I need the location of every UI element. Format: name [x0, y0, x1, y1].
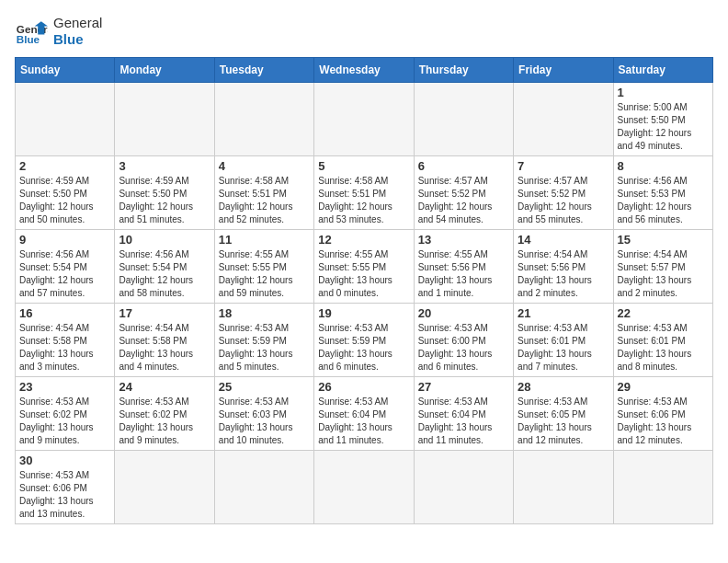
day-number: 15 — [618, 233, 709, 247]
calendar-cell-5-2 — [214, 451, 313, 524]
calendar-cell-2-5: 14Sunrise: 4:54 AM Sunset: 5:56 PM Dayli… — [514, 230, 613, 304]
calendar-cell-4-4: 27Sunrise: 4:53 AM Sunset: 6:04 PM Dayli… — [414, 377, 513, 451]
day-number: 16 — [19, 306, 110, 320]
day-info: Sunrise: 4:57 AM Sunset: 5:52 PM Dayligh… — [518, 175, 609, 226]
day-number: 5 — [318, 159, 409, 173]
day-number: 13 — [418, 233, 509, 247]
day-number: 21 — [518, 306, 609, 320]
calendar-cell-2-6: 15Sunrise: 4:54 AM Sunset: 5:57 PM Dayli… — [613, 230, 712, 304]
logo: General Blue General Blue — [15, 15, 102, 48]
day-number: 12 — [318, 233, 409, 247]
day-number: 25 — [219, 380, 310, 394]
calendar-cell-5-0: 30Sunrise: 4:53 AM Sunset: 6:06 PM Dayli… — [16, 451, 115, 524]
calendar-cell-1-1: 3Sunrise: 4:59 AM Sunset: 5:50 PM Daylig… — [115, 156, 214, 230]
calendar-cell-5-6 — [613, 451, 712, 524]
day-number: 22 — [618, 306, 709, 320]
calendar-cell-0-3 — [314, 83, 414, 156]
calendar-cell-3-5: 21Sunrise: 4:53 AM Sunset: 6:01 PM Dayli… — [514, 304, 613, 377]
calendar-cell-1-0: 2Sunrise: 4:59 AM Sunset: 5:50 PM Daylig… — [16, 156, 115, 230]
calendar-body: 1Sunrise: 5:00 AM Sunset: 5:50 PM Daylig… — [16, 83, 713, 524]
calendar-cell-5-4 — [414, 451, 513, 524]
day-info: Sunrise: 4:58 AM Sunset: 5:51 PM Dayligh… — [219, 175, 310, 226]
day-info: Sunrise: 4:59 AM Sunset: 5:50 PM Dayligh… — [19, 175, 110, 226]
day-number: 28 — [518, 380, 609, 394]
calendar-cell-4-5: 28Sunrise: 4:53 AM Sunset: 6:05 PM Dayli… — [514, 377, 613, 451]
day-number: 7 — [518, 159, 609, 173]
calendar-cell-3-6: 22Sunrise: 4:53 AM Sunset: 6:01 PM Dayli… — [613, 304, 712, 377]
day-info: Sunrise: 4:53 AM Sunset: 6:01 PM Dayligh… — [618, 322, 709, 373]
week-row-5: 30Sunrise: 4:53 AM Sunset: 6:06 PM Dayli… — [16, 451, 713, 524]
calendar-cell-3-4: 20Sunrise: 4:53 AM Sunset: 6:00 PM Dayli… — [414, 304, 513, 377]
day-header-thursday: Thursday — [414, 58, 513, 83]
day-number: 17 — [119, 306, 210, 320]
day-info: Sunrise: 4:53 AM Sunset: 6:02 PM Dayligh… — [119, 396, 210, 447]
day-info: Sunrise: 4:55 AM Sunset: 5:56 PM Dayligh… — [418, 248, 509, 300]
day-number: 20 — [418, 306, 509, 320]
calendar-cell-1-4: 6Sunrise: 4:57 AM Sunset: 5:52 PM Daylig… — [414, 156, 513, 230]
day-header-sunday: Sunday — [16, 58, 115, 83]
day-info: Sunrise: 4:58 AM Sunset: 5:51 PM Dayligh… — [318, 175, 409, 226]
calendar-cell-5-1 — [115, 451, 214, 524]
day-info: Sunrise: 4:53 AM Sunset: 6:05 PM Dayligh… — [518, 396, 609, 447]
day-number: 10 — [119, 233, 210, 247]
day-info: Sunrise: 4:59 AM Sunset: 5:50 PM Dayligh… — [119, 175, 210, 226]
day-info: Sunrise: 4:54 AM Sunset: 5:57 PM Dayligh… — [618, 248, 709, 300]
day-number: 4 — [219, 159, 310, 173]
day-header-wednesday: Wednesday — [314, 58, 414, 83]
logo-blue: Blue — [53, 31, 102, 48]
day-number: 9 — [19, 233, 110, 247]
day-info: Sunrise: 4:53 AM Sunset: 6:01 PM Dayligh… — [518, 322, 609, 373]
day-info: Sunrise: 4:53 AM Sunset: 6:06 PM Dayligh… — [618, 396, 709, 447]
day-info: Sunrise: 4:54 AM Sunset: 5:58 PM Dayligh… — [119, 322, 210, 373]
day-info: Sunrise: 4:56 AM Sunset: 5:54 PM Dayligh… — [19, 248, 110, 300]
day-info: Sunrise: 4:55 AM Sunset: 5:55 PM Dayligh… — [219, 248, 310, 300]
day-info: Sunrise: 4:56 AM Sunset: 5:54 PM Dayligh… — [119, 248, 210, 300]
week-row-4: 23Sunrise: 4:53 AM Sunset: 6:02 PM Dayli… — [16, 377, 713, 451]
day-header-saturday: Saturday — [613, 58, 712, 83]
day-info: Sunrise: 4:53 AM Sunset: 6:04 PM Dayligh… — [318, 396, 409, 447]
day-number: 23 — [19, 380, 110, 394]
day-info: Sunrise: 4:53 AM Sunset: 6:06 PM Dayligh… — [19, 469, 110, 521]
day-number: 26 — [318, 380, 409, 394]
day-number: 8 — [618, 159, 709, 173]
day-info: Sunrise: 4:53 AM Sunset: 5:59 PM Dayligh… — [219, 322, 310, 373]
calendar-cell-5-3 — [314, 451, 414, 524]
week-row-0: 1Sunrise: 5:00 AM Sunset: 5:50 PM Daylig… — [16, 83, 713, 156]
day-number: 24 — [119, 380, 210, 394]
day-info: Sunrise: 4:54 AM Sunset: 5:56 PM Dayligh… — [518, 248, 609, 300]
calendar-cell-3-1: 17Sunrise: 4:54 AM Sunset: 5:58 PM Dayli… — [115, 304, 214, 377]
calendar-cell-4-6: 29Sunrise: 4:53 AM Sunset: 6:06 PM Dayli… — [613, 377, 712, 451]
calendar-cell-2-3: 12Sunrise: 4:55 AM Sunset: 5:55 PM Dayli… — [314, 230, 414, 304]
day-number: 14 — [518, 233, 609, 247]
svg-text:Blue: Blue — [17, 33, 40, 45]
calendar-cell-0-1 — [115, 83, 214, 156]
calendar-cell-4-3: 26Sunrise: 4:53 AM Sunset: 6:04 PM Dayli… — [314, 377, 414, 451]
day-number: 18 — [219, 306, 310, 320]
calendar-cell-1-3: 5Sunrise: 4:58 AM Sunset: 5:51 PM Daylig… — [314, 156, 414, 230]
day-info: Sunrise: 5:00 AM Sunset: 5:50 PM Dayligh… — [618, 101, 709, 153]
calendar-cell-2-2: 11Sunrise: 4:55 AM Sunset: 5:55 PM Dayli… — [214, 230, 313, 304]
calendar-cell-2-0: 9Sunrise: 4:56 AM Sunset: 5:54 PM Daylig… — [16, 230, 115, 304]
calendar-cell-3-0: 16Sunrise: 4:54 AM Sunset: 5:58 PM Dayli… — [16, 304, 115, 377]
day-number: 29 — [618, 380, 709, 394]
header: General Blue General Blue — [15, 15, 713, 48]
calendar-cell-0-4 — [414, 83, 513, 156]
day-number: 1 — [618, 86, 709, 99]
calendar-cell-2-4: 13Sunrise: 4:55 AM Sunset: 5:56 PM Dayli… — [414, 230, 513, 304]
calendar-cell-3-3: 19Sunrise: 4:53 AM Sunset: 5:59 PM Dayli… — [314, 304, 414, 377]
day-info: Sunrise: 4:56 AM Sunset: 5:53 PM Dayligh… — [618, 175, 709, 226]
calendar-cell-1-6: 8Sunrise: 4:56 AM Sunset: 5:53 PM Daylig… — [613, 156, 712, 230]
calendar-cell-0-5 — [514, 83, 613, 156]
day-info: Sunrise: 4:53 AM Sunset: 5:59 PM Dayligh… — [318, 322, 409, 373]
day-info: Sunrise: 4:53 AM Sunset: 6:00 PM Dayligh… — [418, 322, 509, 373]
calendar-cell-4-2: 25Sunrise: 4:53 AM Sunset: 6:03 PM Dayli… — [214, 377, 313, 451]
day-number: 2 — [19, 159, 110, 173]
day-number: 6 — [418, 159, 509, 173]
calendar-cell-4-0: 23Sunrise: 4:53 AM Sunset: 6:02 PM Dayli… — [16, 377, 115, 451]
day-header-tuesday: Tuesday — [214, 58, 313, 83]
day-number: 3 — [119, 159, 210, 173]
day-header-monday: Monday — [115, 58, 214, 83]
calendar-cell-1-2: 4Sunrise: 4:58 AM Sunset: 5:51 PM Daylig… — [214, 156, 313, 230]
day-info: Sunrise: 4:54 AM Sunset: 5:58 PM Dayligh… — [19, 322, 110, 373]
calendar-cell-0-0 — [16, 83, 115, 156]
